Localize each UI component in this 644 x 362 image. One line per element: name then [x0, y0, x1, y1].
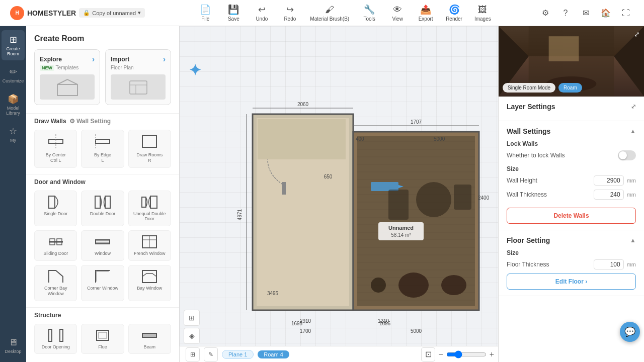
panel-title: Create Room — [26, 26, 179, 49]
wall-thickness-input[interactable] — [594, 190, 624, 200]
door-opening-item[interactable]: Door Opening — [34, 324, 77, 354]
door-window-title: Door and Window — [34, 178, 171, 186]
svg-text:1696: 1696 — [379, 321, 391, 326]
window-item[interactable]: Window — [81, 230, 124, 261]
floor-plan-svg: Unnamed 58.14 m² 2060 1707 4971 400 5000… — [207, 54, 498, 340]
tool-images[interactable]: 🖼 Images — [469, 3, 496, 24]
svg-text:1700: 1700 — [300, 328, 311, 334]
fit-screen-btn[interactable]: ⊡ — [421, 347, 435, 361]
tool-tools[interactable]: 🔧 Tools — [356, 2, 382, 24]
bay-window-item[interactable]: Bay Window — [128, 265, 171, 301]
double-door-item[interactable]: Double Door — [81, 191, 124, 227]
layer-settings-expand-icon[interactable]: ⤢ — [631, 103, 636, 110]
flue-label: Flue — [98, 344, 107, 350]
zoom-slider[interactable] — [446, 350, 487, 358]
single-door-item[interactable]: Single Door — [34, 191, 77, 227]
floor-settings-section: Floor Setting ▲ Size Floor Thickness mm … — [499, 230, 644, 296]
floor-settings-collapse-icon[interactable]: ▲ — [630, 237, 636, 244]
grid-tool-btn[interactable]: ◈ — [184, 328, 200, 344]
lock-walls-subtitle: Lock Walls — [507, 140, 636, 147]
tool-save[interactable]: 💾 Save — [220, 2, 247, 24]
my-icon: ☆ — [9, 126, 17, 137]
brand-file[interactable]: 🔒 Copy of unnamed ▾ — [79, 8, 145, 18]
floor-thickness-input[interactable] — [594, 259, 624, 269]
by-center-item[interactable]: By CenterCtrl L — [34, 130, 77, 168]
tool-material-brush[interactable]: 🖌 Material Brush(B) — [305, 3, 354, 24]
wall-setting-icon[interactable]: ⚙ Wall Setting — [69, 118, 111, 125]
tool-view[interactable]: 👁 View — [384, 3, 411, 24]
size-subtitle: Size — [507, 165, 636, 172]
tool-export[interactable]: 📤 Export — [413, 2, 439, 24]
tool-redo[interactable]: ↪ Redo — [277, 2, 303, 24]
draw-rooms-item[interactable]: Draw RoomsR — [128, 130, 171, 168]
draw-walls-grid: By CenterCtrl L By EdgeL Draw RoomsR — [34, 130, 171, 168]
svg-text:650: 650 — [324, 174, 333, 179]
lock-walls-toggle[interactable] — [618, 150, 636, 160]
tool-undo[interactable]: ↩ Undo — [249, 2, 275, 24]
settings-icon-btn[interactable]: ⚙ — [537, 5, 553, 21]
svg-point-86 — [441, 275, 466, 295]
corner-bay-window-item[interactable]: Corner Bay Window — [34, 265, 77, 301]
home-icon-btn[interactable]: 🏠 — [598, 5, 614, 21]
explore-card[interactable]: Explore › NEW Templates — [34, 49, 100, 105]
delete-walls-btn[interactable]: Delete Walls — [507, 208, 636, 224]
help-icon-btn[interactable]: ? — [557, 5, 574, 21]
pencil-btn[interactable]: ✎ — [204, 347, 218, 361]
wall-settings-collapse-icon[interactable]: ▲ — [630, 128, 636, 135]
beam-item[interactable]: Beam — [128, 324, 171, 354]
nav-desktop[interactable]: 🖥 Desktop — [2, 333, 25, 358]
single-room-mode-btn[interactable]: Single Room Mode — [503, 83, 555, 93]
corner-window-label: Corner Window — [87, 286, 118, 291]
sliding-door-label: Sliding Door — [43, 251, 68, 256]
by-edge-item[interactable]: By EdgeL — [81, 130, 124, 168]
canvas-area[interactable]: ✦ — [180, 26, 498, 362]
nav-customize[interactable]: ✏ Customize — [2, 62, 25, 87]
wall-height-input[interactable] — [594, 175, 624, 186]
expand-icon-btn[interactable]: ⛶ — [618, 5, 634, 21]
corner-window-item[interactable]: Corner Window — [81, 265, 124, 301]
explore-arrow-icon: › — [92, 55, 95, 64]
unequal-double-door-label: Unequal Double Door — [131, 211, 169, 222]
unequal-double-door-item[interactable]: Unequal Double Door — [128, 191, 171, 227]
tools-icon: 🔧 — [364, 4, 375, 15]
mail-icon-btn[interactable]: ✉ — [578, 5, 594, 21]
roam-btn[interactable]: Roam — [558, 83, 582, 93]
room-tab[interactable]: Roam 4 — [258, 350, 289, 358]
tool-file[interactable]: 📄 File — [192, 2, 218, 24]
nav-my[interactable]: ☆ My — [2, 122, 25, 147]
svg-rect-13 — [142, 197, 146, 207]
by-edge-label: By EdgeL — [94, 152, 111, 163]
nav-create-room[interactable]: ⊞ Create Room — [2, 30, 25, 60]
sliding-door-item[interactable]: Sliding Door — [34, 230, 77, 261]
brand-name: HOMESTYLER — [27, 9, 76, 17]
wall-thickness-unit: mm — [627, 192, 636, 198]
customize-icon: ✏ — [10, 66, 17, 77]
tool-render[interactable]: 🌀 Render — [441, 2, 467, 24]
view-mode-btn[interactable]: ⊞ — [186, 347, 200, 361]
plane-tab[interactable]: Plane 1 — [222, 350, 254, 359]
zoom-in-btn[interactable]: + — [490, 350, 494, 359]
expand-preview-btn[interactable]: ⤢ — [634, 30, 640, 38]
zoom-out-btn[interactable]: − — [438, 350, 443, 359]
nav-my-label: My — [10, 138, 16, 143]
french-window-item[interactable]: French Window — [128, 230, 171, 261]
by-center-label: By CenterCtrl L — [46, 152, 66, 163]
structure-title: Structure — [34, 312, 171, 319]
new-badge: NEW — [40, 65, 54, 71]
whether-lock-row: Whether to lock Walls — [507, 150, 636, 160]
flue-item[interactable]: Flue — [81, 324, 124, 354]
window-label: Window — [95, 251, 111, 256]
flue-icon — [95, 328, 111, 342]
edit-floor-btn[interactable]: Edit Floor › — [507, 274, 636, 290]
feedback-btn[interactable]: 💬 — [620, 322, 640, 342]
tool-undo-label: Undo — [256, 16, 268, 22]
view-icon: 👁 — [393, 5, 402, 15]
svg-rect-81 — [258, 119, 346, 159]
right-panel: Single Room Mode Roam ⤢ Layer Settings ⤢… — [498, 26, 644, 362]
nav-model-library[interactable]: 📦 Model Library — [2, 89, 25, 120]
snap-tool-btn[interactable]: ⊞ — [184, 310, 200, 326]
brand-logo-text: H — [15, 10, 19, 16]
import-card[interactable]: Import › Floor Plan — [105, 49, 171, 105]
tool-view-label: View — [392, 16, 403, 22]
images-icon: 🖼 — [478, 5, 487, 15]
